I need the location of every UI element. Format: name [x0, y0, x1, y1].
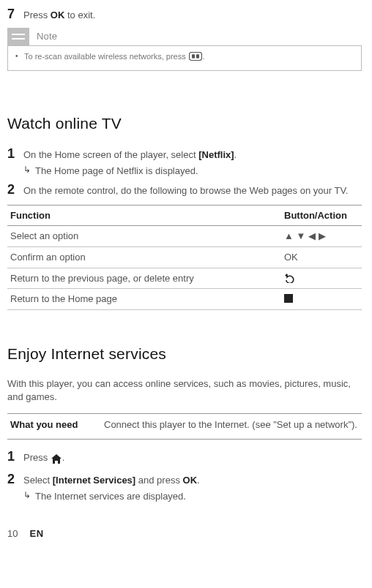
col-action: Button/Action — [281, 205, 362, 226]
cell-function: Return to the previous page, or delete e… — [7, 268, 281, 289]
watch-step-1: 1 On the Home screen of the player, sele… — [7, 147, 362, 177]
step-text: On the Home screen of the player, select… — [23, 148, 362, 162]
table-header-row: Function Button/Action — [7, 205, 362, 226]
enjoy-step-2: 2 Select [Internet Services] and press O… — [7, 472, 362, 502]
table-row: Confirm an option OK — [7, 246, 362, 268]
note-box: Note • To re-scan available wireless net… — [7, 28, 362, 71]
t-bold: [Internet Services] — [53, 475, 135, 486]
step-number: 1 — [7, 450, 23, 464]
step-text: Press OK to exit. — [23, 10, 95, 20]
note-text: To re-scan available wireless networks, … — [24, 51, 354, 65]
table-row: Return to the previous page, or delete e… — [7, 268, 362, 289]
t: . — [62, 452, 65, 463]
back-icon — [284, 273, 294, 284]
table-row: Select an option ▲ ▼ ◀ ▶ — [7, 226, 362, 247]
step-number: 7 — [7, 7, 23, 22]
t: . — [234, 149, 237, 160]
t: On the Home screen of the player, select — [23, 149, 198, 160]
svg-rect-3 — [192, 54, 195, 58]
t: . — [197, 475, 200, 486]
t: On the remote control, do the following … — [23, 185, 348, 196]
page: 7 Press OK to exit. Note • To re-scan av… — [0, 0, 372, 554]
t: . — [203, 52, 205, 61]
note-icon — [7, 28, 29, 45]
note-header: Note — [7, 28, 362, 45]
step-text: Press . — [23, 451, 362, 467]
table-row: What you need Connect this player to the… — [7, 414, 362, 440]
function-table: Function Button/Action Select an option … — [7, 205, 362, 310]
col-function: Function — [7, 205, 281, 226]
need-text: Connect this player to the Internet. (se… — [101, 414, 362, 440]
svg-rect-2 — [189, 52, 201, 60]
step-body: Select [Internet Services] and press OK.… — [23, 472, 362, 502]
heading-enjoy-internet-services: Enjoy Internet services — [7, 344, 362, 364]
heading-watch-online-tv: Watch online TV — [7, 113, 362, 134]
rescan-button-icon — [189, 52, 202, 65]
result-arrow-icon: ↳ — [23, 165, 35, 176]
step-body: On the Home screen of the player, select… — [23, 147, 362, 177]
note-item: • To re-scan available wireless networks… — [15, 51, 354, 65]
t: and press — [135, 475, 182, 486]
t-bold: OK — [183, 475, 198, 486]
step-body: On the remote control, do the following … — [23, 183, 362, 197]
cell-action: OK — [281, 246, 362, 268]
home-square-icon — [284, 294, 293, 303]
sub-text: The Internet services are displayed. — [35, 490, 362, 503]
step-text: On the remote control, do the following … — [23, 184, 362, 197]
cell-action: ▲ ▼ ◀ ▶ — [281, 226, 362, 247]
cell-function: Select an option — [7, 226, 281, 247]
step-text: Select [Internet Services] and press OK. — [23, 474, 362, 487]
step-number: 1 — [7, 147, 23, 162]
page-number: 10 — [7, 527, 18, 540]
table-row: Return to the Home page — [7, 289, 362, 310]
t: Press — [23, 10, 51, 20]
watch-step-2: 2 On the remote control, do the followin… — [7, 183, 362, 197]
step-number: 2 — [7, 183, 23, 197]
cell-function: Return to the Home page — [7, 289, 281, 310]
svg-rect-0 — [12, 34, 25, 35]
footer: 10 EN — [7, 527, 362, 540]
sub-text: The Home page of Netflix is displayed. — [35, 165, 362, 178]
step-number: 2 — [7, 472, 23, 487]
sub-line: ↳ The Home page of Netflix is displayed. — [23, 165, 362, 178]
result-arrow-icon: ↳ — [23, 490, 35, 502]
need-label: What you need — [7, 414, 101, 440]
arrows-icon: ▲ ▼ ◀ ▶ — [284, 230, 326, 241]
t: Select — [23, 475, 53, 486]
home-icon — [51, 454, 62, 467]
t: to exit. — [64, 10, 95, 20]
cell-action — [281, 268, 362, 289]
step-body: Press OK to exit. — [23, 7, 362, 22]
svg-rect-1 — [12, 38, 25, 39]
step-7: 7 Press OK to exit. — [7, 7, 362, 22]
step-body: Press . — [23, 450, 362, 467]
cell-function: Confirm an option — [7, 246, 281, 268]
t: Press — [23, 452, 51, 463]
t-bold: OK — [51, 10, 65, 20]
intro-text: With this player, you can access online … — [7, 377, 362, 403]
language-code: EN — [29, 527, 43, 540]
sub-line: ↳ The Internet services are displayed. — [23, 490, 362, 503]
bullet: • — [15, 51, 24, 61]
svg-rect-4 — [196, 54, 199, 58]
what-you-need-table: What you need Connect this player to the… — [7, 413, 362, 440]
note-label: Note — [37, 30, 57, 43]
cell-action — [281, 289, 362, 310]
note-body: • To re-scan available wireless networks… — [7, 45, 362, 71]
t: To re-scan available wireless networks, … — [24, 52, 188, 61]
t-bold: [Netflix] — [198, 149, 234, 160]
enjoy-step-1: 1 Press . — [7, 450, 362, 467]
